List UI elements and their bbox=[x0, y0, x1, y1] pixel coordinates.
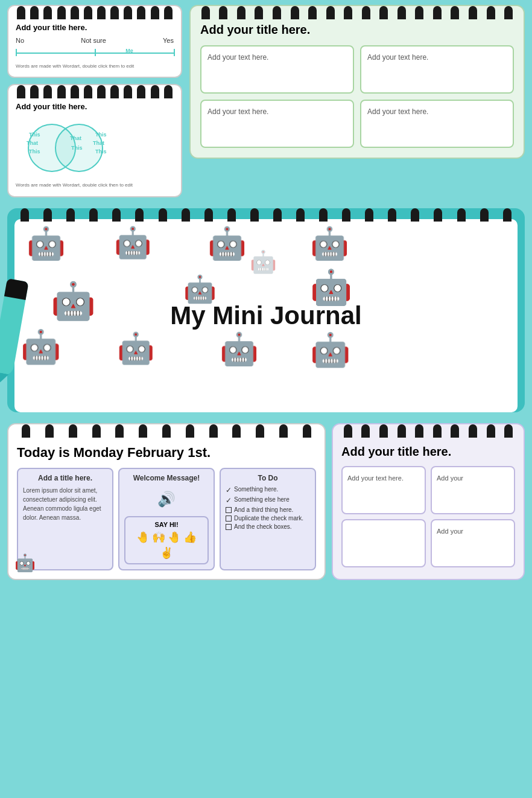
right-box-3[interactable] bbox=[341, 519, 426, 567]
checkmark-2: ✓ bbox=[226, 496, 232, 505]
spiral-tooth bbox=[308, 6, 317, 19]
spiral-tooth bbox=[110, 85, 119, 98]
checkbox-3[interactable] bbox=[226, 507, 232, 513]
todo-text-5: And the check boxes. bbox=[234, 523, 292, 530]
right-box-1[interactable]: Add your text here. bbox=[341, 466, 426, 514]
spiral-tooth bbox=[256, 424, 264, 438]
venn-label-this1: This bbox=[29, 132, 40, 138]
right-box-2[interactable]: Add your bbox=[431, 466, 515, 514]
spiral-tooth bbox=[397, 424, 406, 438]
spiral-tooth bbox=[84, 6, 92, 19]
spiral-tooth bbox=[457, 208, 466, 222]
spiral-tooth bbox=[162, 424, 171, 438]
spiral-tooth bbox=[451, 424, 459, 438]
robot-small-icon: 🤖 bbox=[14, 553, 36, 573]
nb2-title[interactable]: Add your title here. bbox=[16, 102, 174, 111]
nb1-hint: Words are made with Wordart, double clic… bbox=[16, 63, 174, 69]
spiral-tooth bbox=[43, 6, 52, 19]
say-hi-emoji-4: 👍 bbox=[183, 531, 197, 544]
say-hi-box: SAY HI! 🤚 🙌 🤚 👍 ✌️ bbox=[124, 516, 209, 564]
spiral-tooth bbox=[69, 424, 77, 438]
nb2-hint: Words are made with Wordart, double clic… bbox=[16, 182, 133, 188]
monday-col1-text: Lorem ipsum dolor sit amet, consectetuer… bbox=[23, 486, 107, 522]
todo-item-1: ✓ Something here. bbox=[226, 486, 310, 494]
robot-icon-10: 🤖 bbox=[220, 331, 259, 368]
spiral-tooth bbox=[43, 85, 52, 98]
monday-col1-title[interactable]: Add a title here. bbox=[23, 474, 107, 482]
spiral-tooth bbox=[273, 208, 282, 222]
spiral-tooth bbox=[469, 424, 477, 438]
venn-label-that3: That bbox=[93, 140, 104, 147]
nb-monday-title[interactable]: Today is Monday February 1st. bbox=[17, 445, 316, 461]
spiral-tooth bbox=[30, 6, 39, 19]
right-box-4[interactable]: Add your bbox=[431, 519, 515, 567]
nb-green-title[interactable]: Add your title here. bbox=[200, 23, 514, 37]
checkbox-4[interactable] bbox=[226, 516, 232, 522]
spiral-tooth bbox=[503, 208, 511, 222]
green-text-box-4[interactable]: Add your text here. bbox=[360, 100, 514, 148]
spiral-tooth bbox=[124, 6, 132, 19]
scale-tick-right bbox=[174, 49, 175, 56]
spiral-nb2 bbox=[8, 85, 181, 98]
right-box-label-4: Add your bbox=[437, 528, 463, 535]
spiral-tooth bbox=[201, 6, 210, 19]
nb-right-title[interactable]: Add your title here. bbox=[341, 445, 515, 459]
right-box-label-2: Add your bbox=[437, 474, 463, 482]
scale-tick-left bbox=[16, 49, 17, 56]
spiral-tooth bbox=[112, 208, 121, 222]
scale-no: No bbox=[16, 37, 24, 44]
bottom-row: Today is Monday February 1st. Add a titl… bbox=[0, 423, 532, 580]
todo-text-1: Something here. bbox=[234, 486, 278, 493]
todo-item-4: Duplicate the check mark. bbox=[226, 515, 310, 522]
spiral-tooth bbox=[433, 6, 442, 19]
notebook-scale: Add your title here. No Not sure Yes Me … bbox=[7, 5, 182, 78]
journal-cover: 🤖 🤖 🤖 🤖 🤖 🤖 🤖 🤖 🤖 🤖 🤖 🤖 My Mini Journal bbox=[7, 208, 525, 412]
monday-col2-title[interactable]: Welcome Message! bbox=[124, 474, 209, 482]
spiral-tooth bbox=[250, 208, 259, 222]
monday-grid: Add a title here. Lorem ipsum dolor sit … bbox=[17, 468, 316, 570]
todo-item-2: ✓ Something else here bbox=[226, 496, 310, 505]
spiral-tooth bbox=[504, 6, 513, 19]
spiral-tooth bbox=[135, 208, 144, 222]
spiral-tooth bbox=[57, 85, 66, 98]
robot-icon-6: 🤖 bbox=[183, 273, 217, 305]
spiral-tooth bbox=[303, 424, 311, 438]
nb1-title[interactable]: Add your title here. bbox=[16, 23, 174, 32]
todo-item-3: And a third thing here. bbox=[226, 506, 310, 513]
spiral-tooth bbox=[379, 424, 388, 438]
green-text-box-2[interactable]: Add your text here. bbox=[360, 45, 514, 94]
green-text-box-3[interactable]: Add your text here. bbox=[200, 100, 354, 148]
robot-icon-4: 🤖 bbox=[310, 225, 349, 262]
spiral-tooth bbox=[159, 208, 167, 222]
notebook-green: Add your title here. Add your text here.… bbox=[189, 5, 525, 159]
journal-title: My Mini Journal bbox=[170, 301, 361, 330]
spiral-tooth bbox=[379, 6, 388, 19]
green-text-box-1[interactable]: Add your text here. bbox=[200, 45, 354, 94]
spiral-tooth bbox=[21, 208, 29, 222]
spiral-tooth bbox=[469, 6, 477, 19]
notebook-right: Add your title here. Add your text here.… bbox=[332, 423, 525, 580]
scale-not-sure: Not sure bbox=[81, 37, 106, 44]
spiral-tooth bbox=[164, 85, 173, 98]
spiral-tooth bbox=[71, 85, 79, 98]
spiral-nb1 bbox=[8, 6, 181, 19]
spiral-tooth bbox=[139, 424, 147, 438]
spiral-tooth bbox=[71, 6, 79, 19]
spiral-tooth bbox=[319, 208, 328, 222]
spiral-tooth bbox=[97, 85, 106, 98]
spiral-tooth bbox=[209, 424, 218, 438]
green-box-label-4: Add your text here. bbox=[367, 107, 428, 116]
top-row: Add your title here. No Not sure Yes Me … bbox=[0, 5, 532, 197]
checkbox-5[interactable] bbox=[226, 524, 232, 530]
monday-col-3: To Do ✓ Something here. ✓ Something else… bbox=[220, 468, 316, 570]
scale-yes: Yes bbox=[163, 37, 174, 44]
nb1-body: Add your title here. No Not sure Yes Me … bbox=[8, 17, 181, 77]
spiral-tooth bbox=[186, 424, 194, 438]
journal-section: 🤖 🤖 🤖 🤖 🤖 🤖 🤖 🤖 🤖 🤖 🤖 🤖 My Mini Journal bbox=[7, 208, 525, 412]
spiral-tooth bbox=[164, 6, 173, 19]
green-box-label-3: Add your text here. bbox=[207, 107, 268, 116]
venn-label-that1: That bbox=[27, 140, 38, 147]
spiral-tooth bbox=[204, 208, 213, 222]
spiral-tooth bbox=[411, 208, 419, 222]
nb2-bottom: Words are made with Wordart, double clic… bbox=[16, 181, 174, 188]
